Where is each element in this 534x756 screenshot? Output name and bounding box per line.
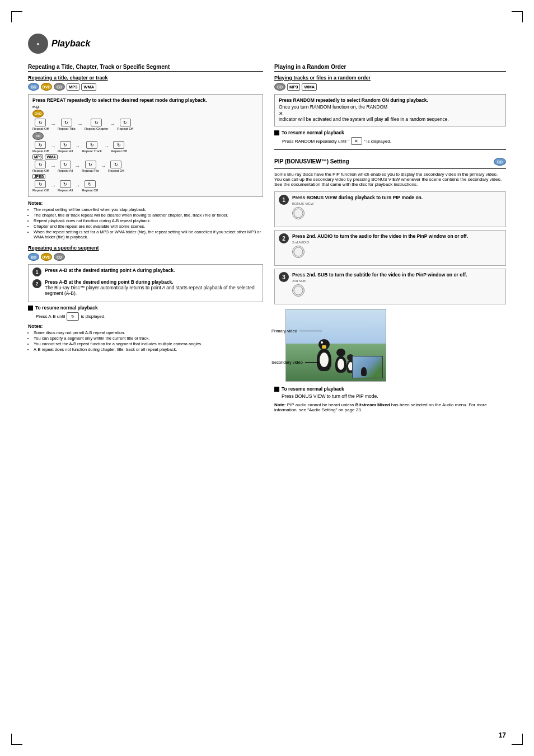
note1-item5: When the repeat setting is set for a MP3… xyxy=(34,229,263,240)
random-badge-mp3: MP3 xyxy=(287,83,300,91)
repeat-off-icon: ↻ xyxy=(67,312,79,321)
resume-heading-sub2: To resume normal playback xyxy=(28,305,263,311)
random-off-icon: ✕ xyxy=(351,137,362,145)
random-resume-heading: To resume normal playback xyxy=(274,130,506,135)
arrow-cd3: → xyxy=(104,143,109,153)
sub2-badge-dvd: DVD xyxy=(41,253,52,261)
random-sub-heading: Playing tracks or files in a random orde… xyxy=(274,75,506,81)
sub-label: 2nd SUB xyxy=(292,279,502,283)
seq-icon-jpego2: ↻ xyxy=(85,180,96,188)
pip-resume-text: Press BONUS VIEW to turn off the PIP mod… xyxy=(282,393,506,399)
random-resume-suffix: " is displayed. xyxy=(364,139,391,144)
step2-text: Press A-B at the desired ending point B … xyxy=(45,279,259,285)
seq-cd-off2: ↻ Repeat Off xyxy=(111,141,127,153)
secondary-line xyxy=(305,362,319,363)
seq-icon-rt: ↻ xyxy=(61,119,72,126)
random-badge-cd: CD xyxy=(274,83,285,91)
repeat-instr-text: Press REPEAT repeatedly to select the de… xyxy=(32,97,259,103)
pip-step3: 3 Press 2nd. SUB to turn the subtitle fo… xyxy=(279,272,502,297)
sub2-heading: Repeating a specific segment xyxy=(28,245,263,251)
pip-penguin xyxy=(361,367,367,376)
right-column: Playing in a Random Order Playing tracks… xyxy=(274,64,506,412)
pip-step2-text: Press 2nd. AUDIO to turn the audio for t… xyxy=(292,233,502,239)
pip-step2-num: 2 xyxy=(279,233,289,243)
cd-seq: ↻ Repeat Off → ↻ Repeat All → ↻ Repeat T… xyxy=(32,141,259,153)
seq-mp3-off1: ↻ Repeat Off xyxy=(32,161,49,172)
seq-lbl-cda: Repeat All xyxy=(58,149,73,153)
title-icon-label: ● xyxy=(37,41,40,46)
bonus-view-button-icon xyxy=(292,207,305,219)
step2-detail: The Blu-ray Disc™ player automatically r… xyxy=(45,285,259,296)
mp3wma-badge-row: MP3 WMA xyxy=(32,154,259,159)
note1-item3: Repeat playback does not function during… xyxy=(34,218,263,223)
pip-heading-row: PIP (BONUSVIEW™) Setting BD xyxy=(274,158,506,166)
seq-icon-mp3o2: ↻ xyxy=(110,161,121,168)
arrow-jpeg1: → xyxy=(50,182,56,192)
random-resume-line: Press RANDOM repeatedly until " ✕ " is d… xyxy=(282,137,506,145)
pip-step2-box: 2 Press 2nd. AUDIO to turn the audio for… xyxy=(274,230,506,266)
seq-icon-cdo2: ↻ xyxy=(113,141,124,149)
random-badges: CD MP3 WMA xyxy=(274,83,506,91)
seq-lbl-mp3o1: Repeat Off xyxy=(32,169,49,172)
step2-num: 2 xyxy=(32,279,41,288)
resume-label-sub2: To resume normal playback xyxy=(35,305,98,311)
arrow-mp31: → xyxy=(50,163,56,172)
pip-main-image xyxy=(285,309,386,382)
cd-badge-row: CD xyxy=(32,132,259,140)
pip-intro: Some Blu-ray discs have the PIP function… xyxy=(274,172,506,187)
page: ● Playback Repeating a Title, Chapter, T… xyxy=(0,0,534,756)
step1-text: Press A-B at the desired starting point … xyxy=(45,267,259,273)
resume-ab-suffix: is displayed. xyxy=(81,314,105,319)
step1-content: Press A-B at the desired starting point … xyxy=(45,267,259,276)
penguin1 xyxy=(317,349,331,371)
arrow2: → xyxy=(77,121,83,130)
bonus-view-label: BONUS VIEW xyxy=(292,202,502,205)
seq-cd-all: ↻ Repeat All xyxy=(58,141,73,153)
arrow3: → xyxy=(110,121,115,130)
penguin1-beak xyxy=(322,345,326,349)
random-resume-label: To resume normal playback xyxy=(282,130,344,135)
notes2: Notes: Some discs may not permit A-B rep… xyxy=(28,323,263,352)
random-cross-icon: ✕ xyxy=(279,111,283,116)
seq-lbl-rt: Repeat Title xyxy=(58,127,76,130)
seq-jpeg-off1: ↻ Repeat Off xyxy=(32,180,49,192)
seq-lbl-rc: Repeat Chapter xyxy=(85,127,108,130)
divider-random-pip xyxy=(274,149,506,150)
seq-repeat-off-2: ↻ Repeat Off xyxy=(117,119,133,130)
pip-badge-bd: BD xyxy=(494,158,506,166)
seq-repeat-chapter: ↻ Repeat Chapter xyxy=(85,119,108,130)
arrow-mp33: → xyxy=(101,163,106,172)
wma-badge-2: WMA xyxy=(45,154,57,159)
seq-lbl-cdo1: Repeat Off xyxy=(32,149,49,153)
arrow-mp32: → xyxy=(74,163,80,172)
pip-step1-num: 1 xyxy=(279,195,289,205)
svg-point-0 xyxy=(294,209,303,218)
seq-mp3-file: ↻ Repeat File xyxy=(82,161,99,172)
sub1-heading: Repeating a title, chapter or track xyxy=(28,75,263,81)
seq-mp3-off2: ↻ Repeat Off xyxy=(108,161,124,172)
pip-resume-label: To resume normal playback xyxy=(282,386,344,392)
eg-label: e.g. xyxy=(32,104,259,109)
note1-item1: The repeat setting will be cancelled whe… xyxy=(34,207,263,212)
seq-icon-mp3a: ↻ xyxy=(60,161,71,168)
sub1-badges: BD DVD CD MP3 WMA xyxy=(28,83,263,91)
cd-badge: CD xyxy=(32,132,44,140)
left-column: Repeating a Title, Chapter, Track or Spe… xyxy=(28,64,263,412)
main-content: Repeating a Title, Chapter, Track or Spe… xyxy=(28,64,506,412)
penguin2-belly xyxy=(338,359,344,370)
seq-lbl-ro1: Repeat Off xyxy=(32,127,49,130)
step2-ab: 2 Press A-B at the desired ending point … xyxy=(32,279,259,296)
random-instr-line1: Press RANDOM repeatedly to select Random… xyxy=(279,97,502,103)
sky-bg xyxy=(286,309,386,345)
random-heading: Playing in a Random Order xyxy=(274,64,506,72)
badge-mp3: MP3 xyxy=(67,83,79,91)
pip-step3-text: Press 2nd. SUB to turn the subtitle for … xyxy=(292,272,502,278)
jpeg-seq: ↻ Repeat Off → ↻ Repeat All → ↻ Repeat O… xyxy=(32,180,259,192)
dvd-badge: DVD xyxy=(32,110,44,118)
seq-repeat-off-1: ↻ Repeat Off xyxy=(32,119,49,130)
notes1-title: Notes: xyxy=(28,200,263,206)
badge-cd: CD xyxy=(54,83,65,91)
seq-icon-cdo1: ↻ xyxy=(35,141,46,149)
seq-icon-jpego1: ↻ xyxy=(35,180,46,188)
seq-icon-mp3o1: ↻ xyxy=(35,161,46,168)
